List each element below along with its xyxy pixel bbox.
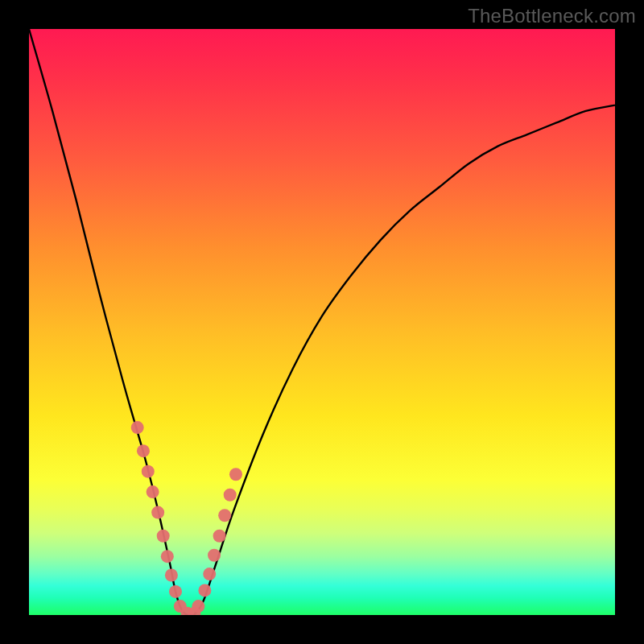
- marker-dot: [198, 584, 211, 597]
- bottleneck-curve: [29, 29, 615, 615]
- marker-dot: [157, 530, 170, 543]
- plot-area: [29, 29, 615, 615]
- marker-dot: [151, 506, 164, 519]
- marker-dot: [213, 530, 226, 543]
- marker-dot: [229, 468, 242, 481]
- marker-dot: [142, 465, 155, 478]
- chart-svg: [29, 29, 615, 615]
- marker-dot: [137, 444, 150, 457]
- marker-dot: [165, 569, 178, 582]
- marker-dot: [203, 568, 216, 580]
- marker-dot: [169, 585, 182, 598]
- marker-dot: [131, 421, 144, 434]
- curve-layer: [29, 29, 615, 615]
- marker-dot: [218, 509, 231, 522]
- marker-dot: [224, 489, 237, 502]
- marker-dots-layer: [131, 421, 242, 615]
- watermark-text: TheBottleneck.com: [468, 5, 636, 27]
- marker-dot: [147, 485, 159, 498]
- marker-dot: [161, 550, 174, 563]
- marker-dot: [192, 600, 204, 613]
- marker-dot: [208, 549, 221, 562]
- outer-frame: TheBottleneck.com: [0, 0, 644, 644]
